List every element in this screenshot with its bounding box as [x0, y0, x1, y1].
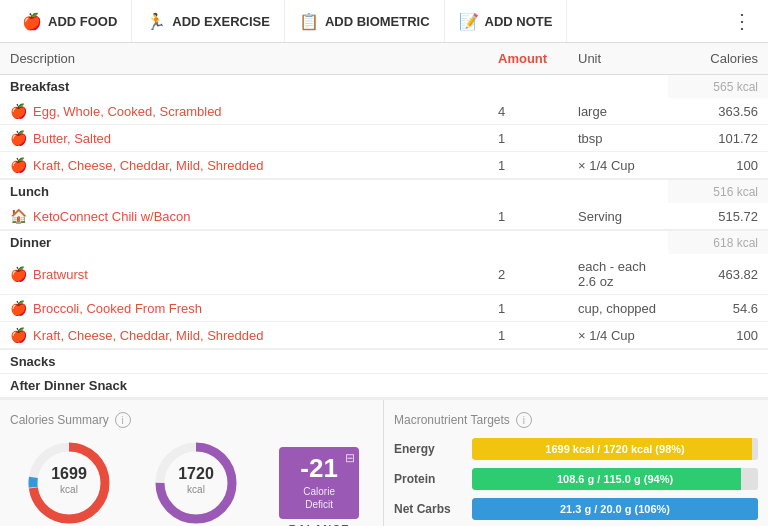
food-calories: 363.56 — [658, 104, 758, 119]
food-type-icon: 🏠 — [10, 208, 27, 224]
food-unit: × 1/4 Cup — [578, 158, 658, 173]
food-name: 🍎Bratwurst — [10, 266, 498, 282]
top-nav: 🍎 ADD FOOD 🏃 ADD EXERCISE 📋 ADD BIOMETRI… — [0, 0, 768, 43]
food-name: 🍎Egg, Whole, Cooked, Scrambled — [10, 103, 498, 119]
food-unit: Serving — [578, 209, 658, 224]
table-row[interactable]: 🍎Bratwurst2each - each 2.6 oz463.82 — [0, 254, 768, 295]
macro-bar-container: 1699 kcal / 1720 kcal (98%) — [472, 438, 758, 460]
food-name: 🍎Butter, Salted — [10, 130, 498, 146]
food-item-name: Kraft, Cheese, Cheddar, Mild, Shredded — [33, 328, 264, 343]
add-biometric-button[interactable]: 📋 ADD BIOMETRIC — [285, 0, 445, 42]
macro-bar-container: 108.6 g / 115.0 g (94%) — [472, 468, 758, 490]
table-header: Description Amount Unit Calories — [0, 43, 768, 75]
add-food-label: ADD FOOD — [48, 14, 117, 29]
macro-name: Protein — [394, 472, 464, 486]
add-food-button[interactable]: 🍎 ADD FOOD — [8, 0, 132, 42]
consumed-donut-chart: 1699 kcal — [24, 438, 114, 526]
section-header: After Dinner Snack — [0, 374, 768, 397]
add-note-label: ADD NOTE — [485, 14, 553, 29]
food-type-icon: 🍎 — [10, 327, 27, 343]
section-lunch: Lunch516 kcal🏠KetoConnect Chili w/Bacon1… — [0, 180, 768, 231]
food-item-name: Butter, Salted — [33, 131, 111, 146]
burned-donut-chart: 1720 kcal — [151, 438, 241, 526]
food-table: Breakfast565 kcal🍎Egg, Whole, Cooked, Sc… — [0, 75, 768, 398]
section-snacks: Snacks — [0, 350, 768, 374]
macro-bar-text: 108.6 g / 115.0 g (94%) — [557, 473, 673, 485]
food-type-icon: 🍎 — [10, 266, 27, 282]
food-unit: cup, chopped — [578, 301, 658, 316]
exercise-icon: 🏃 — [146, 12, 166, 31]
food-calories: 54.6 — [658, 301, 758, 316]
macro-rows: Energy1699 kcal / 1720 kcal (98%)Protein… — [394, 438, 758, 526]
svg-text:kcal: kcal — [188, 484, 206, 495]
food-unit: × 1/4 Cup — [578, 328, 658, 343]
food-type-icon: 🍎 — [10, 103, 27, 119]
note-icon: 📝 — [459, 12, 479, 31]
food-type-icon: 🍎 — [10, 130, 27, 146]
add-note-button[interactable]: 📝 ADD NOTE — [445, 0, 568, 42]
food-amount: 1 — [498, 328, 578, 343]
food-amount: 1 — [498, 131, 578, 146]
col-unit: Unit — [578, 51, 658, 66]
macro-targets-info-icon[interactable]: i — [516, 412, 532, 428]
macro-row: Protein108.6 g / 115.0 g (94%) — [394, 468, 758, 490]
macro-bar-bg: 108.6 g / 115.0 g (94%) — [472, 468, 758, 490]
table-row[interactable]: 🍎Butter, Salted1tbsp101.72 — [0, 125, 768, 152]
consumed-circle: 1699 kcal CONSUMED — [24, 438, 114, 526]
food-amount: 2 — [498, 267, 578, 282]
food-amount: 4 — [498, 104, 578, 119]
food-unit: tbsp — [578, 131, 658, 146]
macro-name: Energy — [394, 442, 464, 456]
macro-targets-title: Macronutrient Targets i — [394, 412, 758, 428]
table-row[interactable]: 🍎Kraft, Cheese, Cheddar, Mild, Shredded1… — [0, 322, 768, 349]
food-amount: 1 — [498, 158, 578, 173]
section-dinner: Dinner618 kcal🍎Bratwurst2each - each 2.6… — [0, 231, 768, 350]
food-type-icon: 🍎 — [10, 300, 27, 316]
burned-circle: 1720 kcal BURNED — [151, 438, 241, 526]
food-calories: 463.82 — [658, 267, 758, 282]
section-header: Dinner — [0, 231, 668, 254]
food-icon: 🍎 — [22, 12, 42, 31]
col-description: Description — [10, 51, 498, 66]
add-biometric-label: ADD BIOMETRIC — [325, 14, 430, 29]
macro-bar-text: 1699 kcal / 1720 kcal (98%) — [545, 443, 684, 455]
add-exercise-button[interactable]: 🏃 ADD EXERCISE — [132, 0, 285, 42]
col-amount: Amount — [498, 51, 578, 66]
macro-bar-bg: 21.3 g / 20.0 g (106%) — [472, 498, 758, 520]
food-unit: each - each 2.6 oz — [578, 259, 658, 289]
food-calories: 515.72 — [658, 209, 758, 224]
section-after-dinner-snack: After Dinner Snack — [0, 374, 768, 398]
food-item-name: KetoConnect Chili w/Bacon — [33, 209, 191, 224]
food-calories: 100 — [658, 328, 758, 343]
balance-box[interactable]: ⊟ -21 CalorieDeficit — [279, 447, 359, 519]
section-header: Breakfast — [0, 75, 668, 98]
food-calories: 100 — [658, 158, 758, 173]
section-breakfast: Breakfast565 kcal🍎Egg, Whole, Cooked, Sc… — [0, 75, 768, 180]
circles-row: 1699 kcal CONSUMED 1720 kcal BURNED ⊟ — [10, 438, 373, 526]
table-row[interactable]: 🍎Egg, Whole, Cooked, Scrambled4large363.… — [0, 98, 768, 125]
macro-row: Net Carbs21.3 g / 20.0 g (106%) — [394, 498, 758, 520]
food-unit: large — [578, 104, 658, 119]
macro-row: Energy1699 kcal / 1720 kcal (98%) — [394, 438, 758, 460]
balance-icon: ⊟ — [345, 451, 355, 465]
food-calories: 101.72 — [658, 131, 758, 146]
balance-value: -21 — [291, 455, 347, 481]
add-exercise-label: ADD EXERCISE — [172, 14, 270, 29]
balance-container: ⊟ -21 CalorieDeficit BALANCE — [279, 447, 359, 526]
food-type-icon: 🍎 — [10, 157, 27, 173]
more-options-button[interactable]: ⋮ — [724, 9, 760, 33]
svg-text:1699: 1699 — [51, 465, 87, 482]
food-amount: 1 — [498, 209, 578, 224]
food-name: 🏠KetoConnect Chili w/Bacon — [10, 208, 498, 224]
table-row[interactable]: 🏠KetoConnect Chili w/Bacon1Serving515.72 — [0, 203, 768, 230]
calories-summary-info-icon[interactable]: i — [115, 412, 131, 428]
food-item-name: Kraft, Cheese, Cheddar, Mild, Shredded — [33, 158, 264, 173]
svg-text:1720: 1720 — [179, 465, 215, 482]
table-row[interactable]: 🍎Kraft, Cheese, Cheddar, Mild, Shredded1… — [0, 152, 768, 179]
macro-bar-container: 21.3 g / 20.0 g (106%) — [472, 498, 758, 520]
svg-text:kcal: kcal — [60, 484, 78, 495]
table-row[interactable]: 🍎Broccoli, Cooked From Fresh1cup, choppe… — [0, 295, 768, 322]
food-name: 🍎Broccoli, Cooked From Fresh — [10, 300, 498, 316]
macro-name: Net Carbs — [394, 502, 464, 516]
biometric-icon: 📋 — [299, 12, 319, 31]
